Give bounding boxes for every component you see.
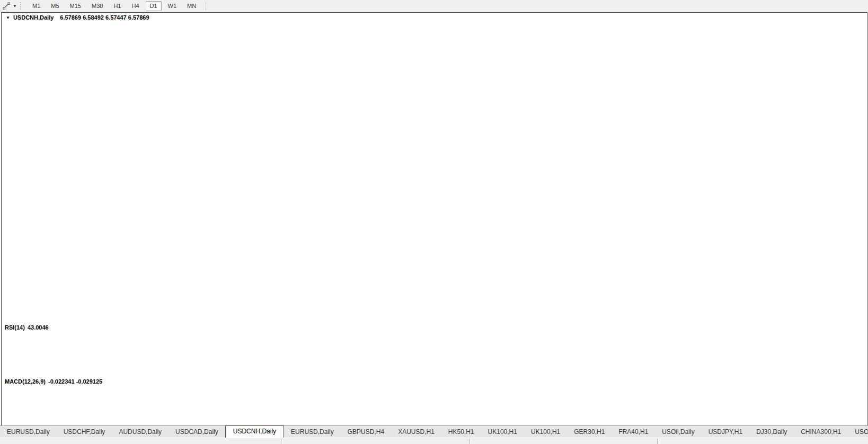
tab-fra40-h1[interactable]: FRA40,H1 <box>612 427 655 438</box>
tab-uk100-h1[interactable]: UK100,H1 <box>524 427 567 438</box>
tab-eurusd-daily[interactable]: EURUSD,Daily <box>284 427 341 438</box>
chart-window: ▼ USDCNH,Daily 6.57869 6.58492 6.57447 6… <box>1 12 867 427</box>
tab-ger30-h1[interactable]: GER30,H1 <box>567 427 612 438</box>
line-studies-glyph <box>3 2 11 10</box>
tab-usoil-daily[interactable]: USOil,Daily <box>655 427 701 438</box>
top-toolbar: ▼ M1M5M15M30H1H4D1W1MN <box>0 0 868 12</box>
chart-ohlc-values: 6.57869 6.58492 6.57447 6.57869 <box>60 14 149 21</box>
timeframe-button-D1[interactable]: D1 <box>146 1 162 11</box>
tab-uk100-h1[interactable]: UK100,H1 <box>481 427 524 438</box>
tab-usdjpy-h1[interactable]: USDJPY,H1 <box>702 427 749 438</box>
timeframe-button-M1[interactable]: M1 <box>28 1 45 11</box>
timeframe-button-H4[interactable]: H4 <box>127 1 143 11</box>
toolbar-separator <box>206 2 206 10</box>
toolbar-caret-icon[interactable]: ▼ <box>12 4 18 8</box>
timeframe-button-W1[interactable]: W1 <box>164 1 181 11</box>
status-bar <box>0 438 868 444</box>
chart-menu-triangle-icon[interactable]: ▼ <box>6 15 10 20</box>
line-studies-icon[interactable] <box>1 1 12 11</box>
timeframe-buttons: M1M5M15M30H1H4D1W1MN <box>27 1 201 11</box>
macd-indicator-label: MACD(12,26,9)-0.022341 -0.029125 <box>5 378 105 385</box>
chart-tab-bar: EURUSD,DailyUSDCHF,DailyAUDUSD,DailyUSDC… <box>0 425 868 438</box>
timeframe-button-M30[interactable]: M30 <box>87 1 107 11</box>
tab-audusd-daily[interactable]: AUDUSD,Daily <box>112 427 169 438</box>
timeframe-button-H1[interactable]: H1 <box>109 1 125 11</box>
toolbar-grip[interactable] <box>20 2 24 10</box>
tab-usdchf-daily[interactable]: USDCHF,Daily <box>57 427 112 438</box>
tab-hk50-h1[interactable]: HK50,H1 <box>441 427 481 438</box>
rsi-name: RSI(14) <box>5 324 25 331</box>
tab-eurusd-daily[interactable]: EURUSD,Daily <box>0 427 57 438</box>
tab-gbpusd-h4[interactable]: GBPUSD,H4 <box>341 427 391 438</box>
tab-dj30-daily[interactable]: DJ30,Daily <box>749 427 794 438</box>
chart-symbol-title: USDCNH,Daily <box>13 14 54 21</box>
chart-title-bar: ▼ USDCNH,Daily 6.57869 6.58492 6.57447 6… <box>2 13 149 22</box>
timeframe-button-MN[interactable]: MN <box>183 1 200 11</box>
tab-usoil-h1[interactable]: USOil,H1 <box>848 427 868 438</box>
rsi-value: 43.0046 <box>28 324 49 331</box>
status-separator <box>657 439 659 444</box>
rsi-indicator-label: RSI(14)43.0046 <box>5 324 51 331</box>
tab-usdcnh-daily[interactable]: USDCNH,Daily <box>225 425 284 439</box>
status-separator <box>281 439 283 444</box>
status-separator <box>469 439 471 444</box>
timeframe-button-M5[interactable]: M5 <box>47 1 63 11</box>
tab-china300-h1[interactable]: CHINA300,H1 <box>794 427 848 438</box>
tab-usdcad-daily[interactable]: USDCAD,Daily <box>169 427 225 438</box>
timeframe-button-M15[interactable]: M15 <box>66 1 85 11</box>
macd-values: -0.022341 -0.029125 <box>48 378 102 385</box>
tab-xauusd-h1[interactable]: XAUUSD,H1 <box>391 427 441 438</box>
macd-name: MACD(12,26,9) <box>5 378 46 385</box>
